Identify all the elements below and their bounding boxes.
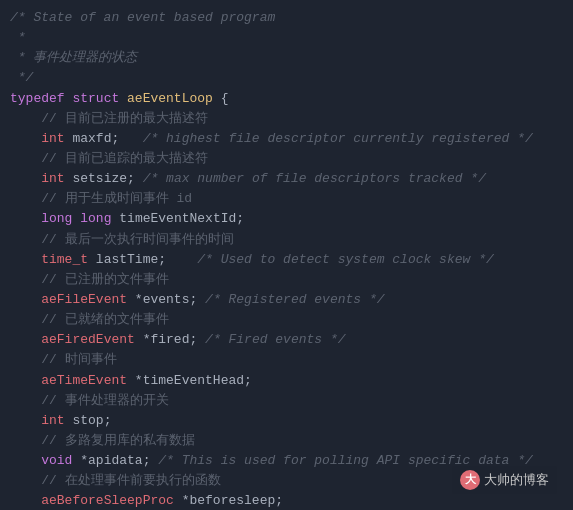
kw-typedef: typedef bbox=[10, 91, 65, 106]
open-brace: { bbox=[221, 91, 229, 106]
line-7: int maxfd; /* highest file descriptor cu… bbox=[10, 129, 563, 149]
type-time-t: time_t bbox=[41, 252, 88, 267]
kw-struct: struct bbox=[72, 91, 119, 106]
struct-name: aeEventLoop bbox=[127, 91, 213, 106]
line-17: aeFiredEvent *fired; /* Fired events */ bbox=[10, 330, 563, 350]
cn-comment-8: // 事件处理器的开关 bbox=[10, 393, 169, 408]
id-stop: stop; bbox=[72, 413, 111, 428]
cn-comment-1: // 目前已注册的最大描述符 bbox=[10, 111, 208, 126]
type-int-stop: int bbox=[41, 413, 64, 428]
cn-comment-5: // 已注册的文件事件 bbox=[10, 272, 169, 287]
code-lines: /* State of an event based program * * 事… bbox=[10, 8, 563, 510]
line-10: // 用于生成时间事件 id bbox=[10, 189, 563, 209]
id-maxfd: maxfd; bbox=[72, 131, 119, 146]
id-apidata: *apidata; bbox=[80, 453, 150, 468]
line-5: typedef struct aeEventLoop { bbox=[10, 89, 563, 109]
id-events: *events; bbox=[135, 292, 197, 307]
type-int-1: int bbox=[41, 131, 64, 146]
id-timeEventNextId: timeEventNextId; bbox=[119, 211, 244, 226]
line-14: // 已注册的文件事件 bbox=[10, 270, 563, 290]
cn-comment-6: // 已就绪的文件事件 bbox=[10, 312, 169, 327]
line-15: aeFileEvent *events; /* Registered event… bbox=[10, 290, 563, 310]
line-21: int stop; bbox=[10, 411, 563, 431]
line-25: aeBeforeSleepProc *beforesleep; bbox=[10, 491, 563, 510]
type-aefileevent: aeFileEvent bbox=[41, 292, 127, 307]
line-11: long long timeEventNextId; bbox=[10, 209, 563, 229]
cn-comment-9: // 多路复用库的私有数据 bbox=[10, 433, 195, 448]
cn-comment-10: // 在处理事件前要执行的函数 bbox=[10, 473, 221, 488]
cn-comment-4: // 最后一次执行时间事件的时间 bbox=[10, 232, 234, 247]
id-beforesleep: *beforesleep; bbox=[182, 493, 283, 508]
watermark-icon: 大 bbox=[460, 470, 480, 490]
comment-events: /* Registered events */ bbox=[205, 292, 384, 307]
line-22: // 多路复用库的私有数据 bbox=[10, 431, 563, 451]
line-13: time_t lastTime; /* Used to detect syste… bbox=[10, 250, 563, 270]
type-beforesleepproc: aeBeforeSleepProc bbox=[41, 493, 174, 508]
type-aetimeevent: aeTimeEvent bbox=[41, 373, 127, 388]
id-lastTime: lastTime; bbox=[96, 252, 166, 267]
comment-1: /* State of an event based program bbox=[10, 10, 275, 25]
code-editor: /* State of an event based program * * 事… bbox=[0, 0, 573, 510]
id-timeeventhead: *timeEventHead; bbox=[135, 373, 252, 388]
comment-lasttime: /* Used to detect system clock skew */ bbox=[197, 252, 493, 267]
line-16: // 已就绪的文件事件 bbox=[10, 310, 563, 330]
comment-2: * bbox=[10, 30, 26, 45]
kw-void: void bbox=[41, 453, 72, 468]
line-6: // 目前已注册的最大描述符 bbox=[10, 109, 563, 129]
line-4: */ bbox=[10, 68, 563, 88]
comment-maxfd: /* highest file descriptor currently reg… bbox=[143, 131, 533, 146]
line-20: // 事件处理器的开关 bbox=[10, 391, 563, 411]
watermark-text: 大帅的博客 bbox=[484, 470, 549, 490]
comment-setsize: /* max number of file descriptors tracke… bbox=[143, 171, 486, 186]
line-9: int setsize; /* max number of file descr… bbox=[10, 169, 563, 189]
cn-comment-7: // 时间事件 bbox=[10, 352, 117, 367]
comment-4: */ bbox=[10, 70, 33, 85]
line-12: // 最后一次执行时间事件的时间 bbox=[10, 230, 563, 250]
kw-long-1: long bbox=[41, 211, 72, 226]
line-8: // 目前已追踪的最大描述符 bbox=[10, 149, 563, 169]
type-int-2: int bbox=[41, 171, 64, 186]
comment-3: * 事件处理器的状态 bbox=[10, 50, 137, 65]
line-2: * bbox=[10, 28, 563, 48]
cn-comment-2: // 目前已追踪的最大描述符 bbox=[10, 151, 208, 166]
line-3: * 事件处理器的状态 bbox=[10, 48, 563, 68]
watermark: 大 大帅的博客 bbox=[452, 466, 557, 494]
line-18: // 时间事件 bbox=[10, 350, 563, 370]
id-fired: *fired; bbox=[143, 332, 198, 347]
line-1: /* State of an event based program bbox=[10, 8, 563, 28]
line-19: aeTimeEvent *timeEventHead; bbox=[10, 371, 563, 391]
id-setsize: setsize; bbox=[72, 171, 134, 186]
kw-long-2: long bbox=[80, 211, 111, 226]
type-aeFiredevent: aeFiredEvent bbox=[41, 332, 135, 347]
comment-fired: /* Fired events */ bbox=[205, 332, 345, 347]
cn-comment-3: // 用于生成时间事件 id bbox=[10, 191, 192, 206]
